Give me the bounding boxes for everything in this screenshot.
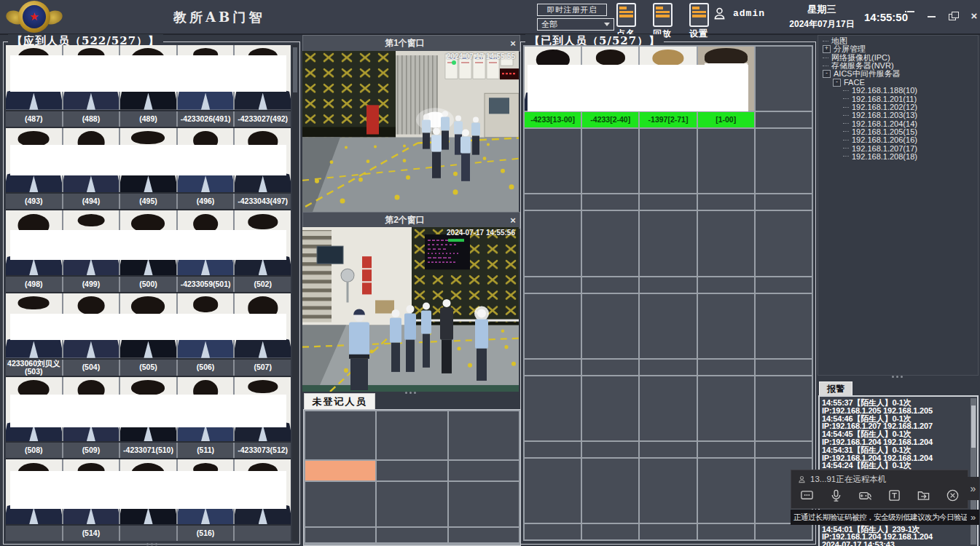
empty-cell[interactable] — [525, 376, 581, 440]
file-transfer-icon[interactable] — [915, 487, 931, 503]
roster-scrollbar[interactable] — [292, 44, 298, 542]
unregistered-cell[interactable] — [305, 528, 375, 542]
portrait — [78, 296, 105, 314]
tree-connector — [823, 41, 828, 41]
splitter-handle[interactable] — [145, 543, 158, 546]
tree-toggle-icon[interactable]: + — [823, 45, 831, 53]
unregistered-cell[interactable] — [449, 461, 519, 480]
empty-cell[interactable] — [756, 129, 812, 193]
tree-item[interactable]: 192.168.1.203(13) — [818, 111, 978, 119]
empty-cell[interactable] — [698, 129, 754, 193]
empty-cell[interactable] — [640, 376, 696, 440]
empty-label — [756, 442, 812, 457]
settings-button[interactable]: 设置 — [686, 3, 711, 40]
portrait — [248, 214, 278, 229]
tree-toggle-icon[interactable]: - — [823, 70, 831, 78]
roster-label: -4233059(501) — [178, 277, 234, 292]
empty-cell[interactable] — [640, 294, 696, 358]
arrived-personnel-panel: 【已到人员（5/527）】 -4233[13-00]-4233[2-40]-13… — [520, 41, 816, 545]
roster-label: (514) — [63, 526, 119, 541]
tree-label: 192.168.1.208(18) — [852, 152, 917, 161]
unregistered-cell[interactable] — [449, 411, 519, 459]
empty-cell[interactable] — [640, 129, 696, 193]
tree-item[interactable]: 192.168.1.188(10) — [818, 87, 978, 95]
tree-item[interactable]: 192.168.1.206(16) — [818, 136, 978, 144]
chevron-collapse-toolbar[interactable]: » — [967, 477, 979, 500]
empty-cell[interactable] — [698, 459, 754, 523]
empty-cell[interactable] — [582, 459, 638, 523]
unregistered-cell[interactable] — [377, 411, 447, 459]
unregistered-cell[interactable] — [305, 411, 375, 459]
tab-unregistered[interactable]: 未登记人员 — [304, 393, 375, 410]
chevron-collapse-message[interactable]: » — [967, 510, 979, 525]
tree-item[interactable]: 192.168.1.201(11) — [818, 95, 978, 103]
empty-cell[interactable] — [525, 129, 581, 193]
empty-cell[interactable] — [525, 211, 581, 275]
close-icon[interactable]: × — [506, 215, 520, 226]
empty-cell[interactable] — [640, 459, 696, 523]
filter-dropdown[interactable]: 全部 — [537, 18, 614, 31]
chat-icon[interactable] — [799, 487, 815, 503]
unregistered-highlight-cell[interactable] — [305, 461, 375, 480]
splitter-handle[interactable] — [404, 392, 417, 395]
user-menu[interactable]: admin — [713, 7, 765, 20]
camera-window-2-titlebar[interactable]: 第2个窗口 × — [302, 212, 520, 229]
empty-cell[interactable] — [525, 294, 581, 358]
arrived-label: -4233[13-00] — [525, 112, 581, 127]
close-icon[interactable]: × — [506, 38, 520, 49]
unregistered-cell[interactable] — [305, 482, 375, 526]
tab-alarm[interactable]: 报警 — [819, 381, 852, 397]
empty-cell[interactable] — [756, 294, 812, 358]
menu-icon[interactable] — [906, 11, 916, 21]
empty-cell[interactable] — [582, 211, 638, 275]
unregistered-cell[interactable] — [377, 482, 447, 526]
tree-item[interactable]: - AICS中间件服务器 — [818, 70, 978, 78]
privacy-redaction — [10, 55, 286, 92]
tree-item[interactable]: 192.168.1.208(18) — [818, 152, 978, 160]
tree-toggle-icon[interactable]: - — [833, 79, 841, 87]
tree-item[interactable]: 192.168.1.204(14) — [818, 119, 978, 127]
empty-cell[interactable] — [582, 294, 638, 358]
empty-cell[interactable] — [582, 376, 638, 440]
roster-label: (494) — [63, 194, 119, 209]
tree-item[interactable]: 192.168.1.207(17) — [818, 144, 978, 152]
instant-register-button[interactable]: 即时注册开启 — [537, 4, 607, 16]
empty-cell[interactable] — [698, 376, 754, 440]
camera-2-video[interactable]: 2024-07-17 14:55:56 — [302, 227, 519, 392]
tree-connector — [843, 131, 849, 132]
remote-control-icon[interactable] — [857, 487, 873, 503]
remote-control-toolbar: 13...91正在远程本机 — [791, 470, 968, 509]
tree-item[interactable]: 192.168.1.205(15) — [818, 127, 978, 135]
text-tool-icon[interactable] — [886, 487, 902, 503]
empty-cell[interactable] — [756, 376, 812, 440]
empty-cell[interactable] — [756, 47, 812, 111]
unregistered-cell[interactable] — [449, 528, 519, 542]
empty-label — [525, 442, 581, 457]
empty-cell[interactable] — [525, 459, 581, 523]
empty-cell[interactable] — [640, 211, 696, 275]
alarm-log-lines-bottom: 14:54:01【陌生人】239-1次IP:192.168.1.204 192.… — [822, 526, 967, 546]
minimize-button[interactable] — [927, 11, 937, 21]
tree-item[interactable]: 192.168.1.202(12) — [818, 103, 978, 111]
mic-icon[interactable] — [828, 487, 844, 503]
empty-label — [582, 442, 638, 457]
empty-label — [698, 277, 754, 293]
close-button[interactable]: × — [969, 11, 979, 21]
close-icon[interactable] — [944, 487, 960, 503]
unregistered-cell[interactable] — [377, 461, 447, 480]
splitter-handle[interactable] — [890, 376, 903, 379]
camera-1-video[interactable]: 2024-07-17 14:55:55 — [302, 51, 519, 212]
unregistered-cell[interactable] — [377, 528, 447, 542]
roster-label: (495) — [120, 194, 176, 209]
camera-window-1-titlebar[interactable]: 第1个窗口 × — [302, 35, 520, 52]
tree-connector — [843, 148, 849, 149]
empty-cell[interactable] — [698, 294, 754, 358]
unregistered-cell[interactable] — [449, 482, 519, 526]
privacy-redaction — [10, 230, 286, 260]
arrived-label: [1-00] — [698, 112, 754, 127]
empty-cell[interactable] — [756, 211, 812, 275]
roster-label: (487) — [6, 111, 62, 127]
empty-cell[interactable] — [698, 211, 754, 275]
restore-button[interactable] — [948, 11, 958, 21]
empty-cell[interactable] — [582, 129, 638, 193]
